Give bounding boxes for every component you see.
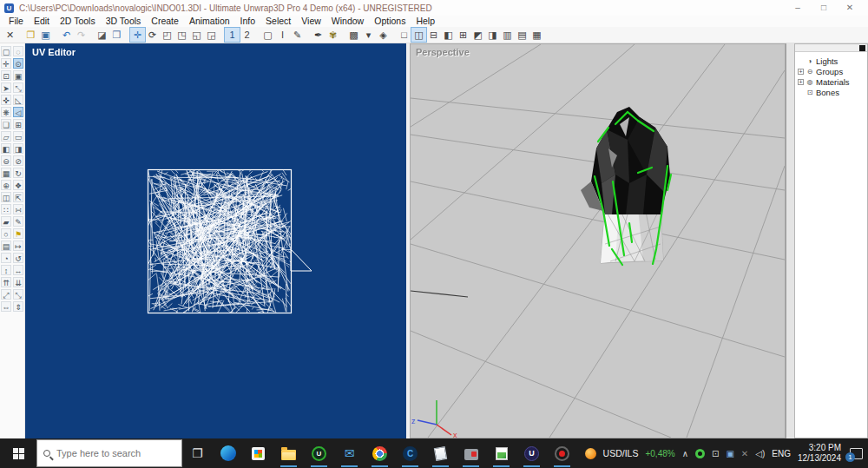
chrome-taskbar-icon[interactable] — [365, 438, 395, 468]
edge-tool-tool[interactable]: ⤡ — [13, 82, 23, 93]
minimize-button[interactable]: – — [785, 0, 811, 16]
box-left-tool[interactable]: ◧ — [1, 143, 11, 154]
nodes-a-tool[interactable]: ∷ — [1, 204, 11, 214]
layout-right-split-button[interactable]: ◨ — [485, 28, 500, 42]
shape-tool[interactable]: ◔ — [1, 253, 11, 263]
hidden-icons-caret[interactable]: ∧ — [682, 449, 688, 458]
screen-recorder-taskbar-icon[interactable] — [547, 438, 577, 468]
layout-left-split-button[interactable]: ◧ — [441, 28, 456, 42]
render-mode-button[interactable]: ◈ — [376, 28, 391, 42]
uv-set-2-button[interactable]: 2 — [240, 28, 254, 42]
volume-icon[interactable]: ◁) — [755, 449, 765, 458]
rotate-button[interactable]: ⟳ — [145, 28, 160, 42]
move-vertices-tool[interactable]: ✜ — [1, 95, 11, 105]
mail-taskbar-icon[interactable]: ✉ — [334, 438, 365, 468]
zoom-tool[interactable]: ⊙ — [13, 58, 23, 69]
tree-item-materials[interactable]: +◍Materials — [798, 77, 865, 87]
rectangle-tool[interactable]: ▭ — [13, 131, 23, 142]
mirror-tool[interactable]: ❖ — [13, 180, 23, 190]
copy-button[interactable]: ❒ — [109, 28, 124, 42]
currency-widget-icon[interactable] — [585, 448, 596, 459]
uv-editor-panel[interactable]: UV Editor — [25, 43, 406, 438]
select-paint-button[interactable]: ✎ — [290, 28, 305, 42]
undo-button[interactable]: ↶ — [59, 28, 74, 42]
c-app-taskbar-icon[interactable]: C — [395, 438, 425, 468]
box-right-tool[interactable]: ◨ — [13, 143, 23, 154]
pencil-tool[interactable]: ✎ — [13, 216, 23, 227]
select-arrow-tool[interactable]: ➤ — [1, 82, 11, 93]
dock-left-button[interactable]: ◰ — [160, 28, 174, 42]
tree-item-bones[interactable]: +⊡Bones — [798, 88, 865, 97]
delete-button[interactable]: ✕ — [3, 28, 17, 42]
perspective-viewport[interactable]: Perspective — [410, 43, 786, 438]
face-mode-tool[interactable]: ◁ — [13, 107, 23, 117]
menu-window[interactable]: Window — [326, 16, 369, 27]
menu-2d-tools[interactable]: 2D Tools — [55, 16, 101, 27]
stitch-tool[interactable]: ◫ — [1, 192, 11, 202]
layout-three-horizontal-button[interactable]: ▤ — [515, 28, 529, 42]
copy-uvs-tool[interactable]: ❏ — [1, 119, 11, 129]
cylinder-v-tool[interactable]: ⊘ — [13, 155, 23, 166]
menu-animation[interactable]: Animation — [184, 16, 235, 27]
menu-view[interactable]: View — [296, 16, 326, 27]
fill-tool-button[interactable]: ✾ — [326, 28, 340, 42]
layout-bottom-split-button[interactable]: ◩ — [470, 28, 485, 42]
layout-quad-button[interactable]: ⊞ — [456, 28, 470, 42]
file-explorer-taskbar-icon[interactable] — [273, 438, 304, 468]
panel-collapse-button[interactable] — [859, 45, 865, 51]
grid-tool[interactable]: ⊞ — [13, 119, 23, 129]
snap-grid-tool[interactable]: ▦ — [1, 168, 11, 178]
red-tool-taskbar-icon[interactable] — [456, 438, 486, 468]
pack-all-tool[interactable]: ⤡ — [13, 289, 23, 300]
cylinder-h-tool[interactable]: ⊖ — [1, 155, 11, 166]
stretch-h-tool[interactable]: ↔ — [13, 265, 23, 275]
export-uv-tool[interactable]: ↦ — [13, 241, 23, 251]
menu-file[interactable]: File — [3, 16, 29, 27]
layout-three-vertical-button[interactable]: ▥ — [500, 28, 515, 42]
eyedropper-button[interactable]: ✒ — [311, 28, 326, 42]
pin-active-tool[interactable]: ⚑ — [13, 228, 23, 239]
select-rectangle-tool[interactable]: ▢ — [1, 46, 11, 56]
import-button[interactable]: ◪ — [95, 28, 109, 42]
notes-taskbar-icon[interactable] — [425, 438, 456, 468]
dock-top-button[interactable]: ◱ — [189, 28, 204, 42]
menu-help[interactable]: Help — [411, 16, 440, 27]
pan-tool[interactable]: ✛ — [1, 58, 11, 69]
revert-tool[interactable]: ↺ — [13, 253, 23, 263]
pin-tool[interactable]: ○ — [1, 228, 11, 239]
maximize-button[interactable]: □ — [811, 0, 837, 16]
fit-height-tool[interactable]: ⇕ — [13, 301, 23, 312]
tree-item-groups[interactable]: +⊖Groups — [798, 67, 865, 76]
clock[interactable]: 3:20 PM 12/13/2024 — [798, 443, 841, 465]
nodes-b-tool[interactable]: ∺ — [13, 204, 23, 214]
layout-two-horizontal-button[interactable]: ⊟ — [426, 28, 441, 42]
uv-wireframe-canvas[interactable] — [25, 43, 406, 438]
pack-tool[interactable]: ⤢ — [1, 289, 11, 300]
skew-tool[interactable]: ▱ — [1, 131, 11, 142]
align-bottom-tool[interactable]: ⇊ — [13, 277, 23, 287]
layout-grid-button[interactable]: ▦ — [529, 28, 544, 42]
menu-create[interactable]: Create — [146, 16, 184, 27]
relax-tool[interactable]: ❋ — [1, 107, 11, 117]
expand-icon[interactable]: + — [798, 79, 804, 85]
page-tool[interactable]: ▤ — [1, 241, 11, 251]
detach-tool[interactable]: ⇱ — [13, 192, 23, 202]
zoom-region-tool[interactable]: ⊡ — [1, 70, 11, 81]
search-input[interactable] — [56, 448, 161, 458]
image-viewer-taskbar-icon[interactable] — [486, 438, 516, 468]
corner-transform-tool[interactable]: ◺ — [13, 95, 23, 105]
align-top-tool[interactable]: ⇈ — [1, 277, 11, 287]
menu-3d-tools[interactable]: 3D Tools — [101, 16, 147, 27]
move-button[interactable]: ✛ — [130, 28, 145, 42]
rotate-90-tool[interactable]: ↻ — [13, 168, 23, 178]
menu-info[interactable]: Info — [235, 16, 261, 27]
viewport-splitter[interactable] — [786, 43, 794, 438]
task-view-taskbar-icon[interactable]: ❐ — [182, 438, 213, 468]
language-indicator[interactable]: ENG — [772, 449, 791, 458]
layout-two-vertical-button[interactable]: ◫ — [411, 28, 426, 42]
network-icon[interactable]: ✕ — [741, 449, 748, 458]
select-text-button[interactable]: I — [275, 28, 290, 42]
uv-set-1-button[interactable]: 1 — [225, 28, 240, 42]
recording-indicator-icon[interactable] — [695, 449, 705, 458]
dock-bottom-button[interactable]: ◲ — [204, 28, 219, 42]
